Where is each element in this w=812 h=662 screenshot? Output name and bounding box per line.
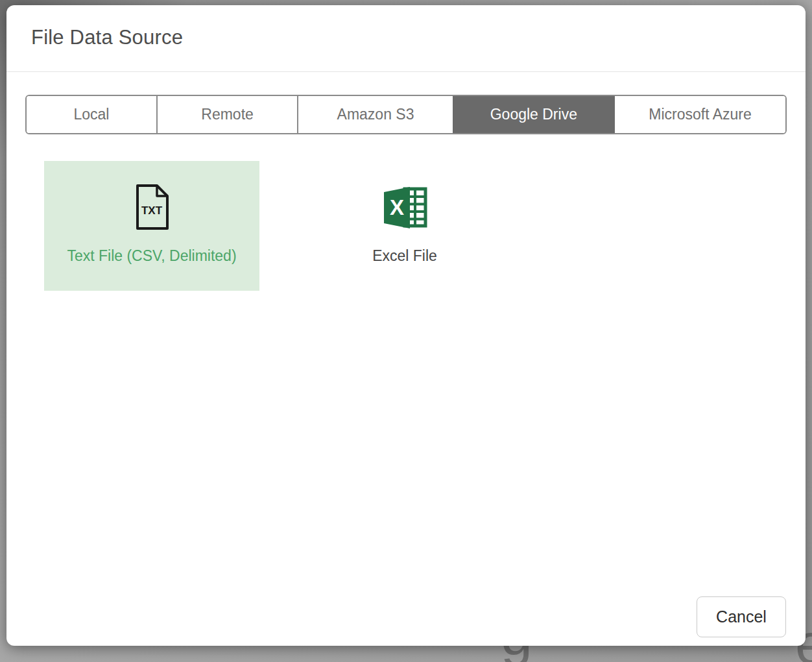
tab-google-drive[interactable]: Google Drive [453,96,614,133]
tab-amazon-s3[interactable]: Amazon S3 [297,96,452,133]
tab-microsoft-azure[interactable]: Microsoft Azure [614,96,785,133]
tab-microsoft-azure-label: Microsoft Azure [649,106,752,123]
item-text-file-label: Text File (CSV, Delimited) [67,247,236,265]
tab-local-label: Local [73,106,109,123]
svg-text:TXT: TXT [141,204,163,217]
item-text-file-csv[interactable]: TXT Text File (CSV, Delimited) [44,161,259,291]
modal-footer: Cancel [6,596,806,646]
item-excel-file-label: Excel File [372,247,437,265]
tab-google-drive-label: Google Drive [490,106,577,123]
tab-amazon-s3-label: Amazon S3 [337,106,414,123]
tab-local[interactable]: Local [27,96,156,133]
source-type-tab-bar: Local Remote Amazon S3 Google Drive Micr… [25,95,787,134]
file-type-list: TXT Text File (CSV, Delimited) X Excel F… [25,161,787,291]
cancel-button[interactable]: Cancel [697,596,786,637]
tab-remote[interactable]: Remote [156,96,298,133]
txt-file-icon: TXT [134,183,169,231]
file-data-source-modal: File Data Source Local Remote Amazon S3 … [6,5,806,646]
modal-title: File Data Source [31,26,781,49]
svg-text:X: X [390,195,404,219]
item-excel-file[interactable]: X Excel File [297,161,512,291]
modal-body: Local Remote Amazon S3 Google Drive Micr… [6,72,806,596]
modal-header: File Data Source [6,5,806,72]
tab-remote-label: Remote [201,106,254,123]
excel-file-icon: X [381,183,429,231]
